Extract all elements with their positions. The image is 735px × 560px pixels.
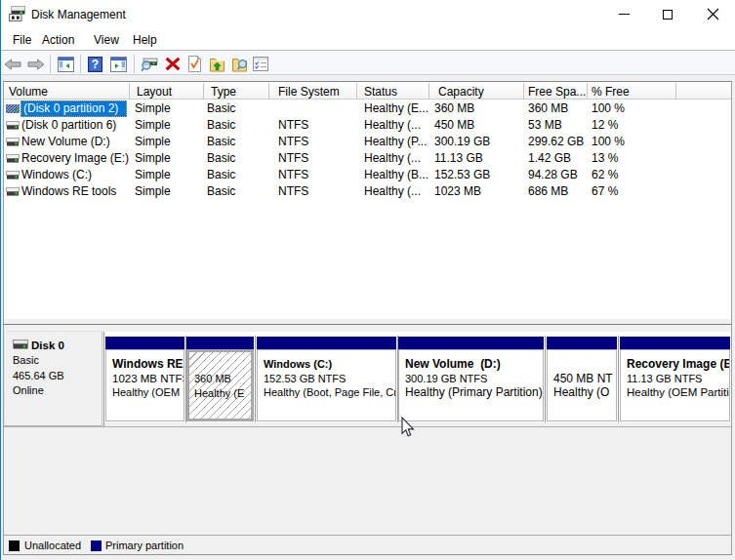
svg-text:?: ? bbox=[92, 58, 99, 71]
